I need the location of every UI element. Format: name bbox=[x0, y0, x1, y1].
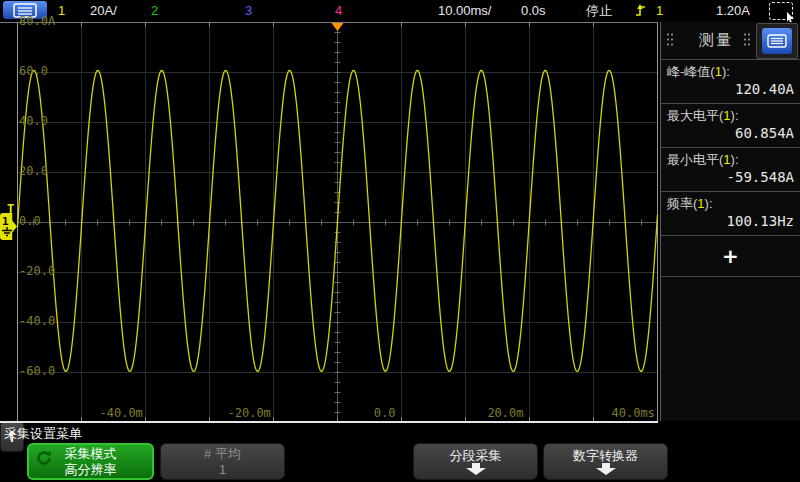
channel-1-scale[interactable]: 20A/ bbox=[90, 3, 117, 18]
delay-readout[interactable]: 0.0s bbox=[521, 3, 546, 18]
trigger-level-readout[interactable]: 1.20A bbox=[716, 3, 750, 18]
down-arrow-icon bbox=[593, 463, 619, 475]
softkey-value-line2: 高分辨率 bbox=[65, 462, 117, 478]
softkey-acquisition-mode[interactable]: 采集模式 高分辨率 bbox=[27, 443, 154, 480]
channel-1-marker-number: 1 bbox=[2, 216, 9, 227]
measurement-value: 100.13Hz bbox=[667, 212, 794, 230]
softkey-menu-bar: 采集设置菜单 ↑ 采集模式 高分辨率 # 平均 1 分段采集 数字转换器 bbox=[0, 421, 800, 482]
measurement-label: 峰-峰值(1): bbox=[667, 64, 794, 80]
softkey-label-line1: 采集模式 bbox=[65, 446, 117, 462]
measurement-label: 频率(1): bbox=[667, 196, 794, 212]
y-axis-label: 40.0 bbox=[19, 114, 48, 128]
measurement-value: -59.548A bbox=[667, 168, 794, 186]
trigger-source-readout[interactable]: 1 bbox=[656, 3, 663, 18]
measurement-label: 最小电平(1): bbox=[667, 152, 794, 168]
measurement-value: 60.854A bbox=[667, 124, 794, 142]
softkey-label: 数字转换器 bbox=[573, 448, 638, 463]
softkey-segmented-acquisition[interactable]: 分段采集 bbox=[413, 443, 538, 480]
plot-bottom-border bbox=[0, 421, 658, 423]
y-axis-label: -40.0 bbox=[19, 314, 55, 328]
measurement-row[interactable]: 频率(1):100.13Hz bbox=[661, 192, 800, 236]
softkey-value-line2: 1 bbox=[219, 462, 226, 478]
channel-4-button[interactable]: 4 bbox=[335, 3, 342, 18]
ground-symbol-icon bbox=[1, 227, 13, 237]
x-axis-label: -40.0m bbox=[100, 406, 140, 420]
y-axis-label: 0.0 bbox=[19, 214, 41, 228]
measurement-row[interactable]: 最小电平(1):-59.548A bbox=[661, 148, 800, 192]
hamburger-menu-icon bbox=[767, 34, 787, 48]
softkey-label: 分段采集 bbox=[450, 448, 502, 463]
panel-menu-button[interactable] bbox=[762, 28, 792, 54]
y-axis-label: -20.0 bbox=[19, 264, 55, 278]
cycle-arrows-icon bbox=[35, 450, 53, 466]
x-axis-label: -20.0m bbox=[228, 406, 268, 420]
top-status-bar: 1 20A/ 2 3 4 10.00ms/ 0.0s 停止 1 1.20A bbox=[0, 0, 800, 22]
panel-menu-tile bbox=[756, 23, 798, 59]
measurement-panel: 测量 峰-峰值(1):120.40A最大电平(1):60.854A最小电平(1)… bbox=[660, 22, 800, 421]
add-measurement-row: + bbox=[661, 236, 800, 277]
down-arrow-icon bbox=[463, 463, 489, 475]
softkey-digitizer[interactable]: 数字转换器 bbox=[543, 443, 668, 480]
trigger-time-marker bbox=[332, 23, 344, 31]
timebase-readout[interactable]: 10.00ms/ bbox=[438, 3, 491, 18]
drag-grip-icon[interactable] bbox=[666, 32, 674, 48]
channel-2-button[interactable]: 2 bbox=[151, 3, 158, 18]
y-axis-label: 20.0 bbox=[19, 164, 48, 178]
x-axis-label: 20.0m bbox=[484, 406, 524, 420]
measurement-row[interactable]: 峰-峰值(1):120.40A bbox=[661, 60, 800, 104]
x-axis-label: 40.0ms bbox=[612, 406, 652, 420]
y-axis-label: 60.0 bbox=[19, 64, 48, 78]
measurement-value: 120.40A bbox=[667, 80, 794, 98]
waveform-grid-and-trace bbox=[0, 22, 660, 422]
softkey-average-count[interactable]: # 平均 1 bbox=[160, 443, 285, 480]
waveform-display-area[interactable]: T 1 80.0A60.040.020.00.0-20.0-40.0-60.0 … bbox=[0, 22, 660, 422]
pointer-selection-icon[interactable] bbox=[769, 2, 793, 20]
panel-title: 测量 bbox=[699, 31, 733, 50]
y-axis-label: 80.0A bbox=[19, 14, 55, 28]
measurement-panel-header[interactable]: 测量 bbox=[661, 22, 800, 60]
measurement-row[interactable]: 最大电平(1):60.854A bbox=[661, 104, 800, 148]
softkey-label-line1: # 平均 bbox=[204, 446, 241, 462]
channel-3-button[interactable]: 3 bbox=[245, 3, 252, 18]
add-measurement-button[interactable]: + bbox=[722, 246, 739, 266]
channel-1-button[interactable]: 1 bbox=[58, 3, 65, 18]
measurement-label: 最大电平(1): bbox=[667, 108, 794, 124]
oscilloscope-screen: 1 20A/ 2 3 4 10.00ms/ 0.0s 停止 1 1.20A T … bbox=[0, 0, 800, 482]
y-axis-label: -60.0 bbox=[19, 364, 55, 378]
drag-grip-icon[interactable] bbox=[743, 32, 751, 48]
trigger-slope-icon bbox=[634, 3, 647, 22]
x-axis-label: 0.0 bbox=[356, 406, 396, 420]
softkey-menu-title: 采集设置菜单 bbox=[4, 425, 82, 443]
run-state-readout: 停止 bbox=[586, 3, 612, 18]
